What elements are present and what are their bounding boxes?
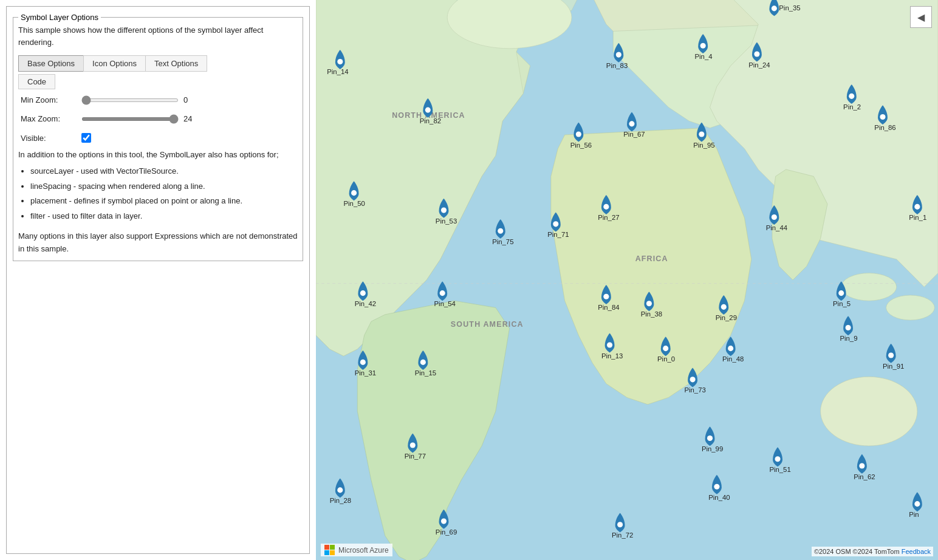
bullet-1: sourceLayer - used with VectorTileSource…: [30, 165, 298, 178]
min-zoom-slider[interactable]: [81, 98, 179, 102]
azure-logo: Microsoft Azure: [321, 544, 392, 556]
svg-text:Pin_42: Pin_42: [355, 300, 376, 307]
azure-label: Microsoft Azure: [338, 546, 389, 555]
svg-text:Pin_2: Pin_2: [843, 103, 861, 111]
svg-text:Pin_82: Pin_82: [420, 117, 441, 125]
svg-point-9: [772, 5, 777, 11]
svg-point-63: [728, 346, 733, 351]
svg-text:Pin_83: Pin_83: [606, 62, 628, 69]
svg-point-81: [337, 487, 343, 493]
svg-point-67: [420, 360, 426, 365]
svg-text:Pin_29: Pin_29: [716, 314, 737, 321]
svg-text:Pin_5: Pin_5: [833, 300, 851, 307]
max-zoom-slider-container: 24: [81, 114, 196, 123]
svg-text:Pin: Pin: [909, 511, 919, 518]
max-zoom-slider[interactable]: [81, 117, 179, 121]
svg-point-35: [498, 228, 503, 234]
svg-text:Pin_56: Pin_56: [570, 142, 592, 149]
desc-text-2: Many options in this layer also support …: [18, 230, 298, 256]
svg-text:Pin_84: Pin_84: [598, 304, 619, 311]
svg-point-29: [880, 114, 885, 120]
svg-text:Pin_53: Pin_53: [436, 217, 457, 225]
svg-point-39: [603, 204, 609, 210]
svg-point-13: [425, 108, 431, 113]
visible-label: Visible:: [21, 134, 75, 143]
max-zoom-value: 24: [183, 114, 196, 123]
visible-row: Visible:: [21, 133, 295, 143]
tabs-row: Base Options Icon Options Text Options: [18, 55, 298, 72]
svg-point-73: [410, 442, 416, 448]
left-panel: Symbol Layer Options This sample shows h…: [6, 6, 310, 554]
svg-point-27: [699, 131, 704, 137]
svg-point-89: [914, 501, 920, 507]
svg-point-85: [441, 519, 447, 524]
svg-text:AFRICA: AFRICA: [635, 254, 668, 263]
svg-text:Pin_73: Pin_73: [684, 386, 705, 394]
panel-description: This sample shows how the different opti…: [18, 24, 298, 48]
svg-text:Pin_67: Pin_67: [623, 131, 645, 138]
svg-point-49: [603, 294, 609, 299]
svg-point-47: [440, 290, 445, 296]
svg-point-19: [754, 51, 759, 56]
svg-text:Pin_38: Pin_38: [641, 310, 662, 318]
min-zoom-value: 0: [183, 95, 196, 104]
additional-description: In addition to the options in this tool,…: [18, 149, 298, 256]
svg-point-57: [607, 342, 612, 347]
svg-text:Pin_24: Pin_24: [748, 61, 770, 69]
svg-text:Pin_14: Pin_14: [327, 68, 348, 75]
svg-point-23: [576, 131, 581, 137]
bullets-list: sourceLayer - used with VectorTileSource…: [30, 165, 298, 223]
svg-text:Pin_44: Pin_44: [766, 224, 787, 231]
svg-text:Pin_99: Pin_99: [702, 445, 723, 452]
svg-point-17: [700, 43, 706, 49]
svg-text:Pin_9: Pin_9: [840, 335, 857, 342]
feedback-link[interactable]: Feedback: [902, 548, 931, 555]
svg-point-31: [351, 190, 357, 196]
max-zoom-label: Max Zoom:: [21, 114, 75, 123]
svg-point-33: [441, 208, 447, 213]
svg-point-69: [690, 377, 696, 382]
tab-base-options[interactable]: Base Options: [18, 55, 83, 72]
svg-point-53: [721, 304, 727, 310]
options-content: Min Zoom: 0 Max Zoom: 24 Visible:: [18, 89, 298, 149]
tab-text-options[interactable]: Text Options: [145, 55, 207, 72]
svg-text:Pin_0: Pin_0: [657, 355, 675, 363]
bullet-2: lineSpacing - spacing when rendered alon…: [30, 180, 298, 193]
svg-text:Pin_72: Pin_72: [612, 531, 633, 539]
svg-text:Pin_69: Pin_69: [436, 528, 457, 536]
svg-text:Pin_13: Pin_13: [601, 352, 623, 360]
svg-text:Pin_75: Pin_75: [492, 238, 513, 245]
bullet-3: placement - defines if symbol placed on …: [30, 195, 298, 208]
map-area[interactable]: NORTH AMERICA SOUTH AMERICA AFRICA Pin_3…: [316, 0, 938, 560]
max-zoom-row: Max Zoom: 24: [21, 114, 295, 123]
svg-text:SOUTH AMERICA: SOUTH AMERICA: [451, 320, 524, 329]
svg-point-15: [616, 52, 621, 58]
svg-text:Pin_51: Pin_51: [769, 466, 790, 473]
attribution-text: ©2024 OSM ©2024 TomTom: [814, 548, 900, 555]
svg-text:Pin_86: Pin_86: [874, 124, 895, 131]
desc-text-1: In addition to the options in this tool,…: [18, 149, 298, 162]
map-back-button[interactable]: ◀: [910, 6, 932, 28]
svg-point-71: [888, 352, 894, 358]
min-zoom-label: Min Zoom:: [21, 95, 75, 104]
svg-text:Pin_1: Pin_1: [909, 214, 926, 221]
bullet-4: filter - used to filter data in layer.: [30, 210, 298, 223]
svg-text:Pin_40: Pin_40: [708, 494, 730, 501]
tab-code[interactable]: Code: [18, 74, 55, 89]
svg-text:Pin_62: Pin_62: [854, 473, 875, 480]
svg-point-3: [886, 295, 935, 320]
svg-text:Pin_48: Pin_48: [722, 355, 744, 363]
svg-point-77: [775, 456, 780, 462]
tab-icon-options[interactable]: Icon Options: [83, 55, 145, 72]
azure-squares-icon: [324, 545, 335, 555]
svg-text:Pin_71: Pin_71: [547, 231, 569, 238]
svg-text:Pin_27: Pin_27: [598, 214, 619, 221]
svg-point-83: [714, 484, 719, 490]
svg-point-65: [360, 360, 366, 365]
back-icon: ◀: [917, 12, 925, 23]
visible-checkbox[interactable]: [81, 133, 91, 143]
svg-text:Pin_35: Pin_35: [779, 4, 800, 12]
min-zoom-row: Min Zoom: 0: [21, 95, 295, 104]
svg-text:Pin_50: Pin_50: [344, 200, 365, 207]
svg-text:Pin_15: Pin_15: [415, 369, 436, 377]
